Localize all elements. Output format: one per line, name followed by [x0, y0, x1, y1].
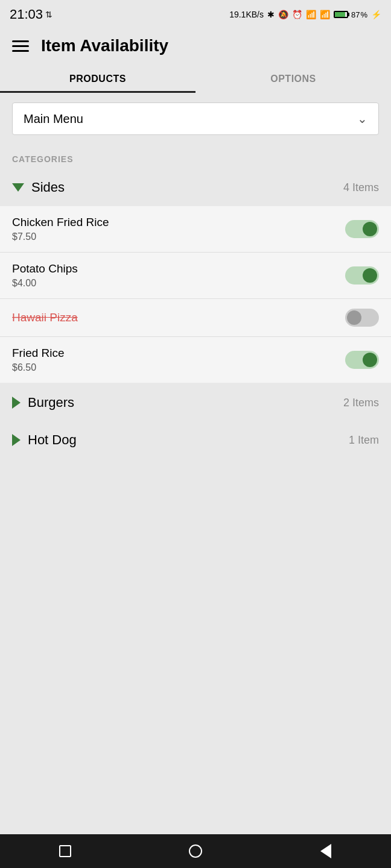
category-name-hotdog: Hot Dog: [28, 432, 77, 448]
item-name-hawaii-pizza: Hawaii Pizza: [12, 311, 78, 324]
expand-icon-sides: [12, 183, 24, 192]
page-title: Item Availability: [41, 36, 168, 55]
category-row-sides[interactable]: Sides 4 Items: [0, 169, 391, 206]
item-price-chicken-fried-rice: $7.50: [12, 231, 109, 242]
square-icon: [59, 845, 71, 857]
item-name-fried-rice: Fried Rice: [12, 347, 65, 360]
status-time: 21:03 ⇅: [10, 7, 52, 22]
back-icon: [320, 844, 331, 858]
list-item: Chicken Fried Rice $7.50: [0, 206, 391, 253]
menu-dropdown[interactable]: Main Menu ⌄: [12, 102, 379, 135]
header: Item Availability: [0, 29, 391, 65]
mute-icon: 🔕: [278, 10, 288, 19]
category-row-burgers[interactable]: Burgers 2 Items: [0, 384, 391, 421]
item-name-potato-chips: Potato Chips: [12, 262, 78, 275]
dropdown-selected-value: Main Menu: [24, 112, 83, 126]
toggle-chicken-fried-rice[interactable]: [345, 220, 379, 238]
item-price-potato-chips: $4.00: [12, 278, 78, 289]
circle-icon: [189, 844, 202, 858]
tab-bar: PRODUCTS OPTIONS: [0, 65, 391, 93]
category-name-sides: Sides: [31, 180, 65, 195]
categories-section-label: CATEGORIES: [0, 145, 391, 169]
empty-space: [0, 459, 391, 640]
network-speed: 19.1KB/s: [229, 10, 264, 19]
tab-options[interactable]: OPTIONS: [196, 65, 391, 93]
list-item: Fried Rice $6.50: [0, 337, 391, 383]
category-count-hotdog: 1 Item: [349, 434, 379, 447]
toggle-potato-chips[interactable]: [345, 266, 379, 285]
battery-percent: 87: [351, 10, 360, 19]
category-row-hotdog[interactable]: Hot Dog 1 Item: [0, 421, 391, 459]
expand-icon-burgers: [12, 397, 21, 409]
bottom-navigation: [0, 834, 391, 868]
alarm-icon: ⏰: [292, 10, 302, 19]
hamburger-menu-button[interactable]: [12, 40, 29, 52]
charging-icon: ⚡: [371, 10, 381, 19]
nav-back-button[interactable]: [314, 839, 338, 863]
data-sync-icon: ⇅: [45, 10, 52, 19]
list-item: Potato Chips $4.00: [0, 253, 391, 299]
category-count-burgers: 2 Items: [343, 397, 379, 409]
menu-selector-container: Main Menu ⌄: [0, 93, 391, 145]
status-icons: 19.1KB/s ✱ 🔕 ⏰ 📶 📶 87% ⚡: [229, 10, 381, 19]
category-count-sides: 4 Items: [343, 181, 379, 194]
content-area: Sides 4 Items Chicken Fried Rice $7.50 P…: [0, 169, 391, 834]
signal-icon: 📶: [306, 10, 316, 19]
status-bar: 21:03 ⇅ 19.1KB/s ✱ 🔕 ⏰ 📶 📶 87% ⚡: [0, 0, 391, 29]
item-name-chicken-fried-rice: Chicken Fried Rice: [12, 216, 109, 229]
category-name-burgers: Burgers: [28, 395, 74, 410]
chevron-down-icon: ⌄: [357, 112, 367, 126]
toggle-hawaii-pizza[interactable]: [345, 309, 379, 327]
nav-home-button[interactable]: [183, 839, 208, 863]
wifi-icon: 📶: [320, 10, 330, 19]
bluetooth-icon: ✱: [267, 10, 275, 19]
nav-recent-apps-button[interactable]: [53, 839, 77, 863]
expand-icon-hotdog: [12, 434, 21, 446]
item-price-fried-rice: $6.50: [12, 362, 65, 373]
battery-indicator: 87%: [334, 10, 367, 19]
tab-products[interactable]: PRODUCTS: [0, 65, 196, 93]
list-item: Hawaii Pizza: [0, 299, 391, 337]
time-display: 21:03: [10, 7, 43, 22]
toggle-fried-rice[interactable]: [345, 351, 379, 369]
items-list-sides: Chicken Fried Rice $7.50 Potato Chips $4…: [0, 206, 391, 383]
